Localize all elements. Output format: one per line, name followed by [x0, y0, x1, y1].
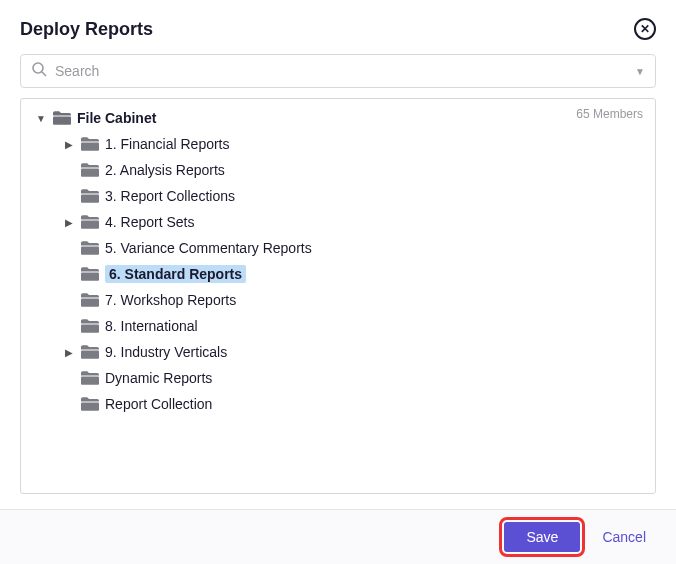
tree-node-label: File Cabinet — [77, 110, 156, 126]
chevron-down-icon[interactable]: ▼ — [635, 66, 645, 77]
folder-icon — [81, 163, 99, 177]
tree-node[interactable]: 7. Workshop Reports — [27, 287, 649, 313]
tree-node-label: 8. International — [105, 318, 198, 334]
tree-root-node[interactable]: ▼File Cabinet — [27, 105, 649, 131]
folder-icon — [81, 241, 99, 255]
tree-node[interactable]: 2. Analysis Reports — [27, 157, 649, 183]
search-input[interactable] — [55, 63, 627, 79]
dialog-title: Deploy Reports — [20, 19, 153, 40]
folder-icon — [81, 319, 99, 333]
folder-icon — [81, 293, 99, 307]
tree-node-label: 7. Workshop Reports — [105, 292, 236, 308]
svg-rect-3 — [81, 142, 99, 150]
folder-icon — [53, 111, 71, 125]
dialog-footer: Save Cancel — [0, 509, 676, 564]
svg-rect-8 — [81, 272, 99, 280]
svg-rect-5 — [81, 194, 99, 202]
tree-node-label: 5. Variance Commentary Reports — [105, 240, 312, 256]
tree-node[interactable]: ▶1. Financial Reports — [27, 131, 649, 157]
save-button[interactable]: Save — [504, 522, 580, 552]
folder-icon — [81, 215, 99, 229]
svg-rect-9 — [81, 298, 99, 306]
tree-node-label: 1. Financial Reports — [105, 136, 230, 152]
tree-node-label: Dynamic Reports — [105, 370, 212, 386]
dialog-header: Deploy Reports ✕ — [0, 0, 676, 48]
chevron-right-icon[interactable]: ▶ — [63, 217, 75, 228]
tree-node-label: Report Collection — [105, 396, 212, 412]
close-icon: ✕ — [640, 23, 650, 35]
tree-node[interactable]: ▶9. Industry Verticals — [27, 339, 649, 365]
tree-node-label: 3. Report Collections — [105, 188, 235, 204]
tree-node[interactable]: 3. Report Collections — [27, 183, 649, 209]
tree-node[interactable]: Dynamic Reports — [27, 365, 649, 391]
tree-node-label: 2. Analysis Reports — [105, 162, 225, 178]
close-button[interactable]: ✕ — [634, 18, 656, 40]
file-tree: ▼File Cabinet▶1. Financial Reports2. Ana… — [21, 99, 655, 425]
svg-rect-7 — [81, 246, 99, 254]
members-count: 65 Members — [576, 107, 643, 121]
tree-node[interactable]: 6. Standard Reports — [27, 261, 649, 287]
search-container: ▼ — [0, 48, 676, 98]
folder-icon — [81, 189, 99, 203]
svg-rect-12 — [81, 376, 99, 384]
svg-rect-13 — [81, 402, 99, 410]
chevron-down-icon[interactable]: ▼ — [35, 113, 47, 124]
tree-panel: 65 Members ▼File Cabinet▶1. Financial Re… — [20, 98, 656, 494]
folder-icon — [81, 137, 99, 151]
chevron-right-icon[interactable]: ▶ — [63, 347, 75, 358]
tree-node-label: 9. Industry Verticals — [105, 344, 227, 360]
folder-icon — [81, 267, 99, 281]
cancel-button[interactable]: Cancel — [602, 529, 646, 545]
svg-rect-4 — [81, 168, 99, 176]
search-box[interactable]: ▼ — [20, 54, 656, 88]
svg-rect-6 — [81, 220, 99, 228]
svg-rect-2 — [53, 116, 71, 124]
svg-line-1 — [42, 72, 46, 76]
deploy-reports-dialog: Deploy Reports ✕ ▼ 65 Members ▼File Cabi… — [0, 0, 676, 564]
tree-node[interactable]: 8. International — [27, 313, 649, 339]
tree-node[interactable]: ▶4. Report Sets — [27, 209, 649, 235]
svg-rect-11 — [81, 350, 99, 358]
tree-node[interactable]: 5. Variance Commentary Reports — [27, 235, 649, 261]
folder-icon — [81, 397, 99, 411]
tree-node-label: 6. Standard Reports — [105, 265, 246, 283]
search-icon — [31, 61, 47, 81]
folder-icon — [81, 345, 99, 359]
tree-node[interactable]: Report Collection — [27, 391, 649, 417]
chevron-right-icon[interactable]: ▶ — [63, 139, 75, 150]
tree-node-label: 4. Report Sets — [105, 214, 195, 230]
folder-icon — [81, 371, 99, 385]
svg-rect-10 — [81, 324, 99, 332]
